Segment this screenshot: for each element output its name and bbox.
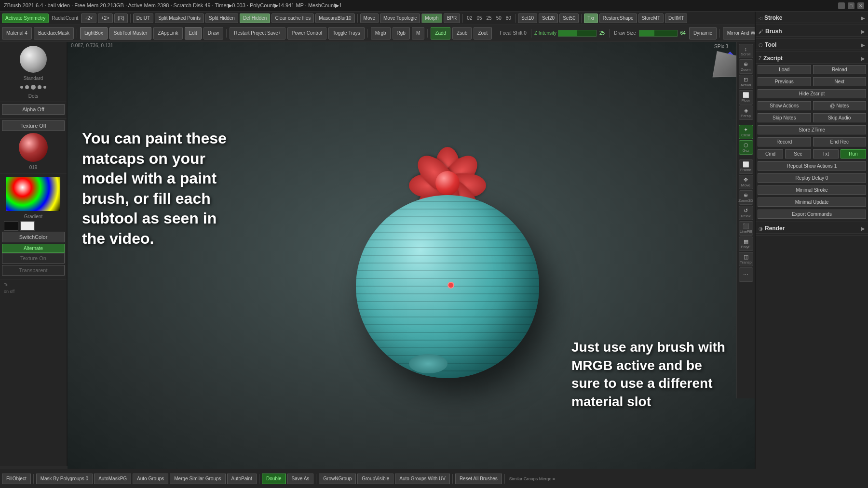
matcap-swatch[interactable] xyxy=(19,133,48,162)
transp-icon-btn[interactable]: ◫ Transp xyxy=(739,252,753,266)
draw-btn[interactable]: Draw xyxy=(203,27,223,40)
bpr-btn[interactable]: BPR xyxy=(444,13,461,23)
render-header[interactable]: ◑ Render ▶ xyxy=(756,224,868,234)
auto-groups-uv-btn[interactable]: Auto Groups With UV xyxy=(395,474,450,484)
clear-icon-btn[interactable]: ✦ Clear xyxy=(739,125,753,139)
plus2c-btn[interactable]: +2> xyxy=(98,13,113,23)
reset-brushes-btn[interactable]: Reset All Brushes xyxy=(455,474,502,484)
zscript-header[interactable]: Z Zscript ▶ xyxy=(756,53,868,64)
mrgb-btn[interactable]: Mrgb xyxy=(371,27,391,40)
previous-btn[interactable]: Previous xyxy=(758,77,811,86)
alternate-btn[interactable]: Alternate xyxy=(2,244,65,253)
material-btn[interactable]: Material 4 xyxy=(2,27,32,40)
tool-header[interactable]: ⬡ Tool ▶ xyxy=(756,40,868,50)
del-hidden-btn[interactable]: Del Hidden xyxy=(240,13,270,23)
auto-groups-btn[interactable]: Auto Groups xyxy=(133,474,168,484)
z-intensity-slider[interactable]: Z Intensity 25 xyxy=(534,30,606,37)
zapplink-btn[interactable]: ZAppLink xyxy=(153,27,182,40)
auto-paint-btn[interactable]: AutoPaint xyxy=(227,474,257,484)
close-btn[interactable]: ✕ xyxy=(857,2,864,9)
rgb-btn[interactable]: Rgb xyxy=(393,27,410,40)
zout-btn[interactable]: Zout xyxy=(474,27,492,40)
texture-on-btn[interactable]: Texture On xyxy=(2,253,65,264)
plus2z-btn[interactable]: +2< xyxy=(81,13,96,23)
set50-btn[interactable]: Set50 xyxy=(559,13,579,23)
at-notes-btn[interactable]: @ Notes xyxy=(813,101,867,110)
double-btn[interactable]: Double xyxy=(262,474,286,484)
power-control-btn[interactable]: Power Control xyxy=(287,27,326,40)
fill-object-btn[interactable]: FillObject xyxy=(2,474,31,484)
run-btn[interactable]: Run xyxy=(841,149,866,158)
floor-icon-btn[interactable]: ⬜ Floor xyxy=(739,90,753,105)
end-rec-btn[interactable]: End Rec xyxy=(813,137,867,146)
zoom3d-icon-btn[interactable]: ⊕ Zoom3D xyxy=(739,190,753,205)
move-topologic-btn[interactable]: Move Topologic xyxy=(380,13,420,23)
linefill-icon-btn[interactable]: ⬛ LineFill xyxy=(739,221,753,236)
store-ztime-btn[interactable]: Store ZTime xyxy=(758,125,866,134)
relax-icon-btn[interactable]: ↺ Relax xyxy=(739,206,753,220)
gvz-icon-btn[interactable]: ⬡ Gvz xyxy=(739,140,753,155)
extra-icon-btn[interactable]: ⋯ xyxy=(739,267,753,282)
restart-save-btn[interactable]: Restart Project Save+ xyxy=(230,27,285,40)
frame-icon-btn[interactable]: ⬜ Frame xyxy=(739,159,753,174)
move-icon-btn[interactable]: ✥ Move xyxy=(739,175,753,189)
sec-btn[interactable]: Sec xyxy=(785,149,811,158)
black-swatch[interactable] xyxy=(4,221,18,231)
stroke-header[interactable]: ◁ Stroke ▶ xyxy=(756,13,868,23)
repeat-actions-btn[interactable]: Repeat Show Actions 1 xyxy=(758,161,866,171)
actual-icon-btn[interactable]: ⊡ Actual xyxy=(739,75,753,89)
color-gradient[interactable] xyxy=(6,177,60,211)
skip-notes-btn[interactable]: Skip Notes xyxy=(758,113,811,122)
hide-zscript-btn[interactable]: Hide Zscript xyxy=(758,89,866,98)
merge-similar-btn[interactable]: Merge Similar Groups xyxy=(170,474,225,484)
minimal-stroke-btn[interactable]: Minimal Stroke xyxy=(758,185,866,195)
activate-symmetry-btn[interactable]: Activate Symmetry xyxy=(2,13,49,23)
next-btn[interactable]: Next xyxy=(813,77,867,86)
reload-btn[interactable]: Reload xyxy=(813,65,867,74)
del-ut-btn[interactable]: DelUT xyxy=(133,13,153,23)
cmd-btn[interactable]: Cmd xyxy=(758,149,783,158)
show-actions-btn[interactable]: Show Actions xyxy=(758,101,811,110)
set20-btn[interactable]: Set20 xyxy=(539,13,558,23)
subtool-master-btn[interactable]: SubTool Master xyxy=(109,27,151,40)
export-commands-btn[interactable]: Export Commands xyxy=(758,210,866,219)
switch-color-btn[interactable]: SwitchColor xyxy=(2,232,65,242)
clear-cache-btn[interactable]: Clear cache files xyxy=(271,13,314,23)
lightbox-btn[interactable]: LightBox xyxy=(80,27,108,40)
backface-btn[interactable]: BackfaceMask xyxy=(34,27,74,40)
morph-btn[interactable]: Morph xyxy=(421,13,442,23)
move-btn[interactable]: Move xyxy=(360,13,379,23)
scroll-icon-btn[interactable]: ↕ Scroll xyxy=(739,44,753,58)
brush-header[interactable]: 🖌 Brush ▶ xyxy=(756,26,868,37)
dynamic-btn[interactable]: Dynamic xyxy=(689,27,717,40)
del-imt-btn[interactable]: DelIMT xyxy=(665,13,687,23)
txr-btn[interactable]: Txr xyxy=(584,13,597,23)
persp-icon-btn[interactable]: ◈ Persp xyxy=(739,106,753,120)
skip-audio-btn[interactable]: Skip Audio xyxy=(813,113,867,122)
txt-btn[interactable]: Txt xyxy=(813,149,839,158)
draw-size-bar[interactable] xyxy=(639,30,678,37)
store-mt-btn[interactable]: StoreMT xyxy=(638,13,664,23)
mascara-blur-btn[interactable]: MascaraBlur10 xyxy=(315,13,354,23)
minimize-btn[interactable]: — xyxy=(838,2,845,9)
replay-delay-btn[interactable]: Replay Delay 0 xyxy=(758,173,866,183)
set10-btn[interactable]: Set10 xyxy=(518,13,537,23)
save-as-btn[interactable]: Save As xyxy=(287,474,314,484)
edit-btn[interactable]: Edit xyxy=(185,27,202,40)
record-btn[interactable]: Record xyxy=(758,137,811,146)
brush-swatch[interactable] xyxy=(20,46,47,73)
restore-shape-btn[interactable]: RestoreShape xyxy=(599,13,637,23)
transparent-btn[interactable]: Transparent xyxy=(2,265,65,276)
maximize-btn[interactable]: □ xyxy=(848,2,854,9)
polyf-icon-btn[interactable]: ▦ PolyF xyxy=(739,237,753,251)
group-visible-btn[interactable]: GroupVisible xyxy=(357,474,393,484)
mask-polygroups-btn[interactable]: Mask By Polygroups 0 xyxy=(36,474,93,484)
zadd-btn[interactable]: Zadd xyxy=(431,27,450,40)
split-masked-btn[interactable]: Split Masked Points xyxy=(155,13,204,23)
zoom-icon-btn[interactable]: ⊕ Zoom xyxy=(739,59,753,74)
z-intensity-bar[interactable] xyxy=(558,30,597,37)
grow-ngroup-btn[interactable]: GrowNGroup xyxy=(319,474,356,484)
draw-size-slider[interactable]: Draw Size 64 xyxy=(612,30,687,37)
texture-btn[interactable]: Texture Off xyxy=(2,120,65,131)
zsub-btn[interactable]: Zsub xyxy=(452,27,472,40)
